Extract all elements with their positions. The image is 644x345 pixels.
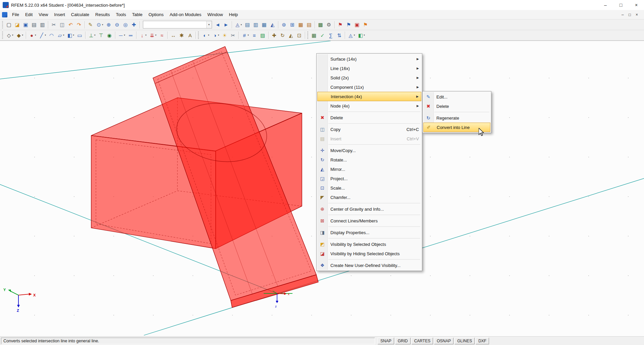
statusbar-toggle-snap[interactable]: SNAP: [378, 338, 394, 344]
toolbar-grip[interactable]: [307, 31, 308, 39]
toolbar-button-printout-report[interactable]: ▣: [353, 20, 361, 29]
menubar-item-tools[interactable]: Tools: [113, 11, 129, 18]
selection-combobox[interactable]: ▾: [143, 21, 212, 28]
menubar-item-calculate[interactable]: Calculate: [68, 11, 92, 18]
menubar-item-edit[interactable]: Edit: [22, 11, 36, 18]
menubar-item-options[interactable]: Options: [146, 11, 167, 18]
menubar-item-view[interactable]: View: [36, 11, 51, 18]
toolbar-button-scale[interactable]: ⊡: [295, 31, 304, 40]
toolbar-button-load-combination[interactable]: ⇊▾: [148, 31, 158, 40]
statusbar-toggle-grid[interactable]: GRID: [395, 338, 411, 344]
toolbar-button-new-solid[interactable]: ◧▾: [66, 31, 76, 40]
toolbar-button-cut[interactable]: ✂: [50, 20, 58, 29]
toolbar-button-numbering[interactable]: #▾: [240, 31, 250, 40]
context-menu-item-solid-2x[interactable]: Solid (2x)▶: [317, 73, 421, 82]
toolbar-button-view-isometric[interactable]: ◬▾: [233, 20, 244, 29]
toolbar-button-panel-control[interactable]: ⚑: [344, 20, 353, 29]
toolbar-button-perspective-view[interactable]: ◭: [268, 20, 277, 29]
toolbar-button-clipping-plane[interactable]: ✂: [229, 31, 237, 40]
statusbar-toggle-dxf[interactable]: DXF: [476, 338, 489, 344]
toolbar-button-move-copy[interactable]: ✚: [270, 31, 278, 40]
toolbar-button-rendering-mode[interactable]: ◑▾: [211, 31, 221, 40]
menubar-item-results[interactable]: Results: [92, 11, 113, 18]
toolbar-button-generate-mesh[interactable]: ▦: [310, 31, 318, 40]
context-menu-item-center-of-gravity-and-info[interactable]: ⊕Center of Gravity and Info...: [317, 204, 421, 214]
toolbar-button-new-node[interactable]: ●▾: [28, 31, 38, 40]
toolbar-button-table-layout[interactable]: ▤: [305, 20, 313, 29]
toolbar-button-open-project[interactable]: ◪: [13, 20, 21, 29]
close-button[interactable]: ×: [629, 0, 644, 10]
toolbar-button-edit[interactable]: ✎: [86, 20, 95, 29]
toolbar-button-print-report[interactable]: ▥: [38, 20, 47, 29]
toolbar-button-select[interactable]: ◇▾: [5, 31, 15, 40]
menubar-item-help[interactable]: Help: [226, 11, 241, 18]
toolbar-button-pan[interactable]: ✚: [130, 20, 138, 29]
context-menu-item-delete[interactable]: ✖Delete: [317, 113, 421, 122]
toolbar-button-nav-forward[interactable]: ►: [222, 20, 230, 29]
toolbar-button-new-surface[interactable]: ▱▾: [56, 31, 66, 40]
menubar-item-window[interactable]: Window: [204, 11, 226, 18]
toolbar-button-renumber[interactable]: ⇅: [335, 31, 343, 40]
toolbar-button-block-manager[interactable]: ⚑: [361, 20, 370, 29]
toolbar-button-new-member[interactable]: ─▾: [117, 31, 127, 40]
toolbar-button-zoom-all[interactable]: ◎: [121, 20, 130, 29]
toolbar-grip[interactable]: [2, 31, 3, 39]
menubar-item-insert[interactable]: Insert: [51, 11, 68, 18]
toolbar-button-view-3d[interactable]: ◬▾: [346, 31, 357, 40]
toolbar-button-project-navigator[interactable]: ⚑: [336, 20, 344, 29]
statusbar-toggle-glines[interactable]: GLINES: [454, 338, 475, 344]
toolbar-button-calculation[interactable]: ∑: [327, 31, 335, 40]
toolbar-button-redo[interactable]: ↷: [75, 20, 83, 29]
context-menu-item-visibility-by-hiding-selected-objects[interactable]: ◪Visibility by Hiding Selected Objects: [317, 249, 421, 258]
context-menu-item-copy[interactable]: ◫CopyCtrl+C: [317, 125, 421, 134]
context-menu-item-move-copy[interactable]: ✛Move/Copy...: [317, 146, 421, 155]
submenu-item-delete[interactable]: ✖Delete: [423, 101, 490, 111]
context-menu-item-display-properties[interactable]: ◨Display Properties...: [317, 228, 421, 237]
toolbar-button-find-object[interactable]: ⊚: [280, 20, 288, 29]
context-menu-item-surface-14x[interactable]: Surface (14x)▶: [317, 54, 421, 64]
toolbar-button-set-of-members[interactable]: ═: [126, 31, 135, 40]
toolbar-button-fe-mesh[interactable]: ▩: [316, 20, 325, 29]
toolbar-button-undo[interactable]: ↶: [66, 20, 75, 29]
context-menu-item-intersection-4x[interactable]: Intersection (4x)▶: [317, 92, 421, 101]
context-menu-item-rotate[interactable]: ↻Rotate...: [317, 155, 421, 164]
context-menu-item-create-new-user-defined-visibility[interactable]: ❖Create New User-Defined Visibility...: [317, 261, 421, 270]
statusbar-toggle-osnap[interactable]: OSNAP: [434, 338, 453, 344]
toolbar-button-view-in-x[interactable]: ▤: [243, 20, 252, 29]
toolbar-button-rotate[interactable]: ↻: [278, 31, 287, 40]
statusbar-toggle-cartes[interactable]: CARTES: [412, 338, 433, 344]
toolbar-button-nodal-support[interactable]: ⊥▾: [87, 31, 97, 40]
toolbar-button-print-graphic[interactable]: ▤: [30, 20, 38, 29]
toolbar-button-text-note[interactable]: A: [186, 31, 194, 40]
toolbar-button-zoom-window[interactable]: ⊙▾: [95, 20, 105, 29]
toolbar-button-show-tables[interactable]: ▦: [297, 20, 305, 29]
submenu-item-edit[interactable]: ✎Edit...: [423, 92, 490, 101]
toolbar-button-check-model[interactable]: ✓: [318, 31, 327, 40]
minimize-button[interactable]: –: [598, 0, 613, 10]
toolbar-button-copy[interactable]: ◫: [58, 20, 66, 29]
toolbar-button-mirror[interactable]: ◭: [287, 31, 295, 40]
toolbar-button-visibility-mode[interactable]: ◐▾: [201, 31, 211, 40]
toolbar-button-zoom-out[interactable]: ⊖: [113, 20, 121, 29]
document-icon[interactable]: [2, 12, 7, 17]
menubar-item-file[interactable]: File: [9, 11, 22, 18]
toolbar-button-view-in-z[interactable]: ▦: [260, 20, 268, 29]
context-menu-item-project[interactable]: ◲Project...: [317, 174, 421, 183]
toolbar-button-new-line[interactable]: ╱▾: [38, 31, 48, 40]
toolbar-button-member-hinge[interactable]: ◉: [105, 31, 114, 40]
toolbar-button-comment[interactable]: ✱: [177, 31, 186, 40]
context-menu-item-connect-lines-members[interactable]: ⊠Connect Lines/Members: [317, 216, 421, 225]
menubar-item-add-on-modules[interactable]: Add-on Modules: [167, 11, 205, 18]
toolbar-button-nav-back[interactable]: ◄: [214, 20, 222, 29]
toolbar-button-light-settings[interactable]: ☀: [220, 31, 229, 40]
context-menu-item-mirror[interactable]: ◭Mirror...: [317, 164, 421, 174]
restore-button[interactable]: □: [613, 0, 629, 10]
submenu-item-regenerate[interactable]: ↻Regenerate: [423, 113, 490, 123]
toolbar-button-settings[interactable]: ⚙: [325, 20, 333, 29]
context-menu-item-chamfer[interactable]: ◤Chamfer...: [317, 193, 421, 202]
combobox-dropdown-icon[interactable]: ▾: [206, 21, 212, 28]
toolbar-grip[interactable]: [198, 31, 199, 39]
toolbar-button-select-special[interactable]: ◆▾: [15, 31, 25, 40]
context-menu-item-visibility-by-selected-objects[interactable]: ◩Visibility by Selected Objects: [317, 239, 421, 249]
mdi-close-button[interactable]: ×: [636, 12, 638, 17]
